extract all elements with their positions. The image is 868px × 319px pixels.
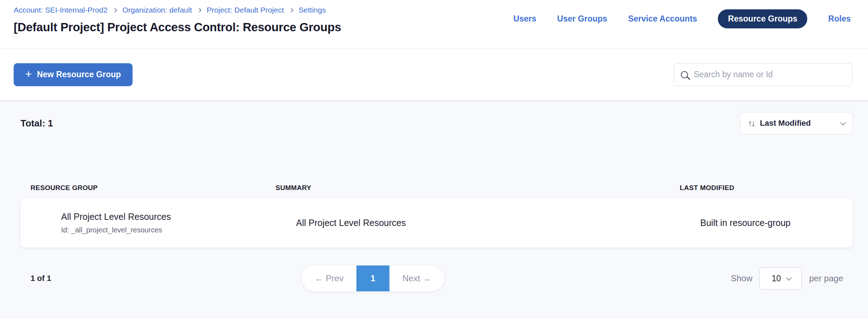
last-modified-cell: Built in resource-group	[700, 218, 853, 228]
pagination-bar: 1 of 1 ← Prev 1 Next → Show 10 per page	[0, 265, 868, 291]
action-bar: + New Resource Group	[0, 48, 868, 101]
search-icon	[681, 71, 688, 78]
breadcrumb-settings-link[interactable]: Settings	[299, 6, 326, 14]
tab-service-accounts[interactable]: Service Accounts	[628, 14, 697, 24]
breadcrumb-project-link[interactable]: Project: Default Project	[207, 6, 284, 14]
column-header-resource-group: RESOURCE GROUP	[31, 184, 276, 192]
sort-dropdown[interactable]: ↑↓ Last Modified	[740, 112, 853, 134]
tab-resource-groups[interactable]: Resource Groups	[718, 9, 807, 28]
tab-user-groups[interactable]: User Groups	[557, 14, 607, 24]
page-header: Account: SEI-Internal-Prod2 Organization…	[0, 0, 868, 48]
sort-dropdown-value: Last Modified	[760, 119, 811, 128]
page-range-label: 1 of 1	[31, 274, 51, 283]
per-page-label: per page	[809, 273, 843, 283]
table-header-row: RESOURCE GROUP SUMMARY LAST MODIFIED	[0, 184, 868, 192]
list-toolbar: Total: 1 ↑↓ Last Modified	[0, 101, 868, 134]
total-count-label: Total: 1	[20, 118, 53, 129]
summary-cell: All Project Level Resources	[296, 218, 700, 228]
next-page-button[interactable]: Next →	[389, 265, 444, 291]
resource-groups-page: Account: SEI-Internal-Prod2 Organization…	[0, 0, 868, 319]
search-input[interactable]	[694, 70, 845, 79]
sort-arrows-icon: ↑↓	[748, 118, 754, 128]
chevron-right-icon	[197, 8, 202, 13]
pager: ← Prev 1 Next →	[302, 265, 444, 291]
new-resource-group-button-label: New Resource Group	[37, 70, 121, 79]
chevron-down-icon	[840, 120, 846, 125]
show-label: Show	[731, 273, 752, 283]
breadcrumb-account-link[interactable]: Account: SEI-Internal-Prod2	[14, 6, 107, 14]
resource-groups-list: Total: 1 ↑↓ Last Modified RESOURCE GROUP…	[0, 101, 868, 291]
page-size-value: 10	[772, 274, 781, 283]
table-row[interactable]: All Project Level Resources Id: _all_pro…	[20, 198, 853, 248]
new-resource-group-button[interactable]: + New Resource Group	[14, 63, 133, 86]
access-control-tabs: Users User Groups Service Accounts Resou…	[513, 9, 851, 28]
column-header-last-modified: LAST MODIFIED	[680, 184, 868, 192]
search-box	[674, 63, 853, 86]
column-header-summary: SUMMARY	[276, 184, 680, 192]
resource-group-name: All Project Level Resources	[61, 212, 296, 222]
prev-page-button[interactable]: ← Prev	[302, 265, 356, 291]
resource-group-cell: All Project Level Resources Id: _all_pro…	[61, 212, 296, 234]
chevron-right-icon	[289, 8, 294, 13]
chevron-down-icon	[786, 275, 791, 281]
breadcrumb-organization-link[interactable]: Organization: default	[122, 6, 192, 14]
page-size-group: Show 10 per page	[731, 267, 843, 290]
tab-roles[interactable]: Roles	[828, 14, 851, 24]
resource-group-id: Id: _all_project_level_resources	[61, 226, 296, 234]
page-size-select[interactable]: 10	[760, 267, 802, 290]
chevron-right-icon	[113, 8, 117, 13]
page-number-1[interactable]: 1	[356, 265, 389, 291]
tab-users[interactable]: Users	[513, 14, 536, 24]
